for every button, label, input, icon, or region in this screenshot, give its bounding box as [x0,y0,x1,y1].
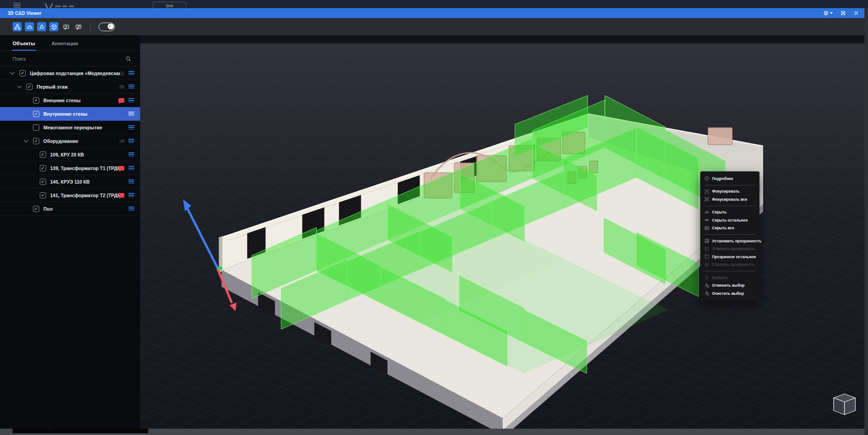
tree-item[interactable]: ✓140, КРУЭ 110 КВ [0,175,140,189]
background-window-header: BIM [0,0,868,8]
item-menu-icon[interactable] [128,180,134,184]
menu-item-hide-others[interactable]: Скрыть остальное [700,216,760,224]
visibility-checkbox[interactable]: ✓ [40,179,46,185]
menu-item-select: Выбрать [700,274,760,282]
search-input[interactable]: Поиск [0,51,140,66]
children-count-badge: (5) [120,85,124,89]
menu-item-focus-all[interactable]: Фокусировать все [700,195,760,203]
visibility-checkbox[interactable]: ✓ [33,97,39,104]
chevron-down-icon[interactable] [24,138,28,142]
layers-icon [823,10,829,16]
toolbar-separator [90,23,91,31]
visibility-checkbox[interactable]: ✓ [40,165,46,171]
menu-item-label: Скрыть [712,210,726,214]
tree-item[interactable]: ✓Первый этаж(5) [0,80,140,94]
menu-item-transparency-set[interactable]: Установить прозрачность [700,237,760,245]
background-scrollbar[interactable] [864,8,868,435]
menu-divider [704,234,755,235]
info-icon [704,176,709,181]
visibility-checkbox[interactable] [33,124,39,131]
menu-item-deselect[interactable]: Отменить выбор [700,282,760,290]
visibility-checkbox[interactable]: ✓ [26,84,33,90]
annotation-comment-icon[interactable] [118,98,124,103]
item-menu-icon[interactable] [128,139,134,143]
window-title: 3D CAD Viewer [8,11,42,16]
menu-item-info[interactable]: Подробнее [700,175,760,183]
chevron-down-icon[interactable] [17,84,22,88]
visibility-checkbox[interactable]: ✓ [33,206,39,212]
item-menu-icon[interactable] [128,193,134,198]
theme-toggle[interactable]: ☾ [99,23,115,31]
menu-item-label: Отменить прозрачность [712,246,755,251]
background-logo [44,2,76,8]
measure-button[interactable] [25,22,34,31]
search-icon [126,56,131,61]
visibility-checkbox[interactable]: ✓ [40,192,46,199]
menu-item-focus[interactable]: Фокусировать [700,188,760,196]
menu-item-label: Фокусировать все [712,197,747,202]
annotation-comment-icon[interactable] [118,166,124,170]
context-menu: ПодробнееФокусироватьФокусировать всеСкр… [700,171,760,301]
tree-item[interactable]: ✓139, Трансформатор Т1 (ТРДН-800... [0,161,140,175]
item-menu-icon[interactable] [128,125,134,130]
tree-item-label: Оборудование [43,138,78,144]
menu-item-transparent-others[interactable]: Прозрачное остальное [700,253,760,261]
close-button[interactable] [854,10,859,16]
visibility-checkbox[interactable]: ✓ [33,111,39,117]
annotation-comment-icon[interactable] [118,193,124,198]
maximize-button[interactable] [840,10,846,16]
menu-item-label: Подробнее [712,176,733,181]
tree-item[interactable]: ✓141, Трансформатор Т2 (ТРДН-800... [0,189,140,202]
tree-item[interactable]: ✓Внутренние стены [0,107,140,121]
menu-divider [704,206,755,206]
tree-item[interactable]: ✓Пол [0,202,140,216]
sidebar: Объекты Аннотации Поиск ✓Цифровая подста… [0,35,140,429]
navigation-cube[interactable] [834,394,855,415]
menu-item-label: Отменить выбор [712,283,745,288]
item-menu-icon[interactable] [128,166,134,170]
tree-item-label: 139, Трансформатор Т1 (ТРДН-800... [50,165,118,171]
clear-selection-icon [704,291,709,296]
title-bar: 3D CAD Viewer [0,8,864,18]
tree-item[interactable]: ✓Оборудование(4) [0,134,140,148]
tab-annotations[interactable]: Аннотации [52,41,78,51]
item-menu-icon[interactable] [128,71,134,76]
transparency-cancel-icon [704,246,709,251]
menu-item-hide[interactable]: Скрыть [700,208,760,217]
children-count-badge: (1) [120,71,124,76]
layers-dropdown-button[interactable] [823,10,833,16]
item-menu-icon[interactable] [128,152,134,157]
axis-y-green [217,267,222,270]
section-bell-button[interactable] [37,22,46,31]
item-menu-icon[interactable] [128,98,134,103]
tree-item[interactable]: ✓Внешние стены [0,94,140,107]
viewport-3d[interactable]: ПодробнееФокусироватьФокусировать всеСкр… [140,35,864,429]
tree-item-label: Пол [43,206,52,212]
focus-icon [704,189,709,194]
model-tree-button[interactable] [13,22,22,31]
item-menu-icon[interactable] [128,112,134,116]
tree-item[interactable]: Межэтажное перекрытие [0,121,140,134]
menu-item-label: Установить прозрачность [712,239,762,243]
visibility-checkbox[interactable]: ✓ [19,70,26,76]
visibility-checkbox[interactable]: ✓ [33,138,39,144]
menu-divider [704,185,755,185]
bell-icon [39,24,45,30]
item-menu-icon[interactable] [128,207,134,211]
visibility-checkbox[interactable]: ✓ [40,151,46,158]
menu-item-label: Скрыть остальное [712,218,748,222]
toolbar: ☾ [0,18,864,35]
comment-screenshot-button[interactable] [74,22,83,31]
tab-objects[interactable]: Объекты [13,41,35,51]
item-menu-icon[interactable] [128,85,134,89]
view-cube-button[interactable] [49,22,58,31]
add-comment-button[interactable] [61,22,71,31]
deselect-icon [704,283,709,288]
chevron-down-icon[interactable] [10,70,15,75]
menu-item-label: Фокусировать [712,189,740,194]
menu-item-hide-all[interactable]: Скрыть все [700,224,760,232]
menu-item-clear-selection[interactable]: Очистить выбор [700,289,760,298]
tree-item[interactable]: ✓109, КРУ 20 КВ [0,148,140,161]
tree-item[interactable]: ✓Цифровая подстанция «Медведевская»(1) [0,66,140,80]
search-placeholder: Поиск [13,56,126,61]
